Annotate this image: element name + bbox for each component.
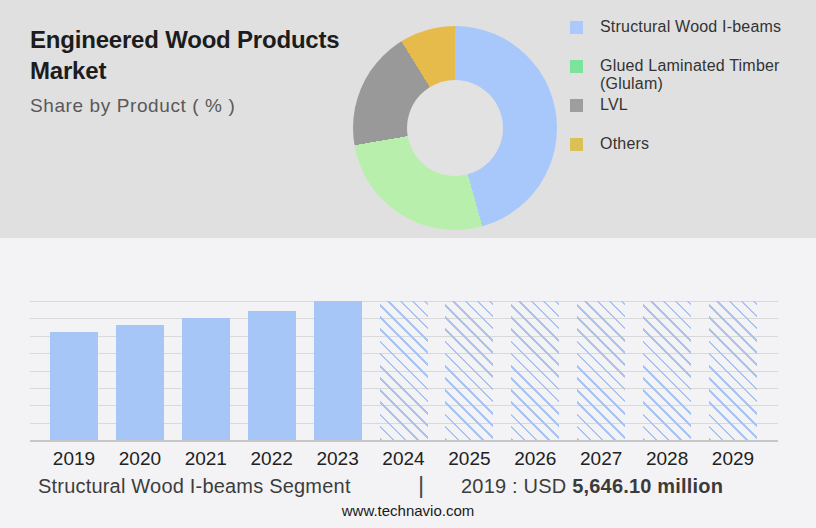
chart-section: 2019202020212022202320242025202620272028…: [0, 238, 816, 528]
x-axis-label-2029: 2029: [700, 448, 766, 470]
x-axis-label-2024: 2024: [371, 448, 437, 470]
x-axis-label-2026: 2026: [502, 448, 568, 470]
title-block: Engineered Wood Products Market Share by…: [30, 24, 376, 117]
x-axis-label-2023: 2023: [305, 448, 371, 470]
bar-chart: 2019202020212022202320242025202620272028…: [30, 301, 778, 440]
caption-row: Structural Wood I-beams Segment | 2019 :…: [0, 468, 816, 500]
bar-2019: [50, 332, 98, 440]
legend-label: Others: [600, 135, 649, 153]
bar-2024: [380, 301, 428, 440]
legend-label: LVL: [600, 96, 628, 114]
header-section: Engineered Wood Products Market Share by…: [0, 0, 816, 238]
caption-value: 2019 : USD 5,646.10 million: [461, 475, 723, 498]
bar-2021: [182, 318, 230, 440]
legend-item: Structural Wood I-beams: [570, 18, 805, 57]
legend-swatch: [570, 60, 583, 73]
x-axis-label-2019: 2019: [41, 448, 107, 470]
legend-swatch: [570, 138, 583, 151]
x-axis-label-2028: 2028: [634, 448, 700, 470]
bar-2025: [445, 301, 493, 440]
x-axis-label-2027: 2027: [568, 448, 634, 470]
caption-value-amount: 5,646.10 million: [572, 475, 723, 497]
bar-2026: [511, 301, 559, 440]
x-axis-label-2020: 2020: [107, 448, 173, 470]
footer-url: www.technavio.com: [0, 502, 816, 519]
donut-hole: [407, 80, 503, 176]
legend-item: LVL: [570, 96, 805, 135]
donut-chart: [353, 26, 557, 230]
caption-separator: |: [418, 471, 424, 499]
x-axis-label-2025: 2025: [436, 448, 502, 470]
bar-2022: [248, 311, 296, 440]
legend-item: Others: [570, 135, 805, 174]
legend-label: Structural Wood I-beams: [600, 18, 781, 36]
bar-2029: [709, 301, 757, 440]
legend-label: Glued Laminated Timber (Glulam): [600, 57, 805, 93]
chart-subtitle: Share by Product ( % ): [30, 95, 376, 117]
x-axis-line: [30, 440, 778, 442]
legend-swatch: [570, 21, 583, 34]
bar-2027: [577, 301, 625, 440]
bar-2020: [116, 325, 164, 440]
x-axis-label-2022: 2022: [239, 448, 305, 470]
bar-2023: [314, 301, 362, 440]
x-axis-label-2021: 2021: [173, 448, 239, 470]
donut-legend: Structural Wood I-beamsGlued Laminated T…: [570, 18, 805, 174]
bar-2028: [643, 301, 691, 440]
page-title: Engineered Wood Products Market: [30, 24, 376, 86]
caption-segment: Structural Wood I-beams Segment: [38, 475, 351, 498]
caption-value-prefix: 2019 : USD: [461, 475, 566, 497]
legend-item: Glued Laminated Timber (Glulam): [570, 57, 805, 96]
legend-swatch: [570, 99, 583, 112]
